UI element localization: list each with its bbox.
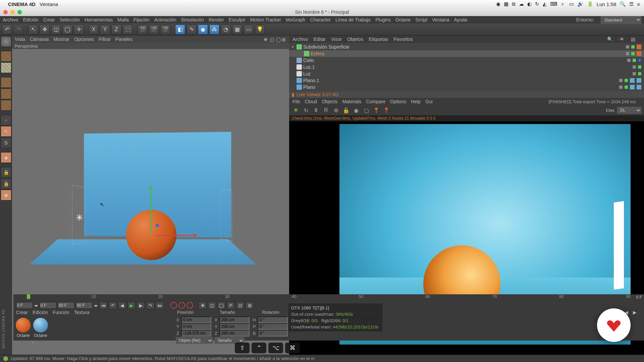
objmenu-visor[interactable]: Visor [331, 37, 342, 42]
display-icon[interactable]: ▭ [569, 1, 574, 7]
view-nav-icon[interactable]: ◫ [270, 37, 274, 42]
prev-frame-button[interactable]: ◀ [118, 302, 126, 309]
object-row[interactable]: Luz.1 [289, 64, 644, 70]
menu-plugins[interactable]: Plugins [375, 17, 391, 22]
undo-button[interactable]: ↶ [2, 24, 12, 35]
playhead[interactable] [27, 294, 30, 299]
frame-in-field[interactable] [40, 302, 56, 309]
pen-tool[interactable]: ✎ [186, 24, 197, 35]
viewmenu-mostrar[interactable]: Mostrar [54, 37, 69, 42]
settings-button[interactable]: ⚙ [332, 106, 340, 114]
rot-field[interactable] [258, 316, 288, 323]
objmenu-objetos[interactable]: Objetos [347, 37, 363, 42]
object-row[interactable]: Cielo [289, 57, 644, 64]
menu-character[interactable]: Character [310, 17, 331, 22]
menu-script[interactable]: Script [415, 17, 427, 22]
pos-field[interactable] [181, 316, 211, 323]
lvmenu-objects[interactable]: Objects [322, 99, 337, 104]
viewmenu-opciones[interactable]: Opciones [74, 37, 94, 42]
snap-toggle[interactable]: S [1, 137, 11, 148]
battery-icon[interactable]: 🔋 [587, 1, 593, 7]
render-button[interactable]: 🎬 [138, 24, 148, 35]
lock-x[interactable]: 🔒 [1, 167, 11, 178]
material-pick-button[interactable]: 📍 [382, 106, 390, 114]
menu-simulacion[interactable]: Simulación [181, 17, 204, 22]
lvmenu-materials[interactable]: Materials [342, 99, 362, 104]
lvmenu-gui[interactable]: Gui [425, 99, 433, 104]
y-axis-toggle[interactable]: Y [100, 24, 110, 35]
subdiv-generator[interactable]: ◉ [198, 24, 208, 35]
recent-tool[interactable]: ✛ [74, 24, 84, 35]
material-swatch[interactable]: Octane [32, 318, 49, 338]
render-settings-button[interactable]: 🎬 [160, 24, 170, 35]
channel-dropdown[interactable]: DL [617, 107, 641, 114]
axis-mode[interactable]: ⌐ [1, 115, 11, 125]
object-row[interactable]: Luz [289, 70, 644, 77]
menu-fijacion[interactable]: Fijación [133, 17, 150, 22]
texture-mode[interactable] [1, 62, 11, 73]
lvmenu-cloud[interactable]: Cloud [305, 99, 317, 104]
prev-key-button[interactable]: ↶ [109, 302, 117, 309]
point-mode[interactable] [1, 77, 11, 88]
key-rot-toggle[interactable]: ◯ [217, 302, 225, 309]
domestika-badge[interactable] [597, 308, 631, 342]
object-row[interactable]: Plano.1 [289, 77, 644, 84]
key-pos-toggle[interactable]: ✥ [199, 302, 207, 309]
refresh-button[interactable]: ↻ [302, 106, 310, 114]
tweak-mode[interactable]: ✎ [1, 126, 11, 137]
workplane-mode[interactable]: ◆ [1, 152, 11, 163]
model-mode[interactable] [1, 36, 11, 47]
objmenu-archivo[interactable]: Archivo [292, 37, 308, 42]
cloud-icon[interactable]: ☁ [519, 1, 524, 7]
redo-button[interactable]: ↷ [13, 24, 23, 35]
rot-field[interactable] [258, 330, 288, 337]
object-row[interactable]: ▾Subdivisión Superficie [289, 44, 644, 50]
edge-mode[interactable] [1, 88, 11, 99]
object-mode[interactable] [1, 51, 11, 62]
wifi-icon[interactable]: ᯤ [561, 1, 566, 7]
dropbox-icon[interactable]: ⧉ [512, 1, 516, 7]
next-key-button[interactable]: ↷ [146, 302, 154, 309]
zoom-button[interactable] [17, 10, 22, 14]
frame-end-field[interactable] [76, 302, 93, 309]
deformer-button[interactable]: ◔ [221, 24, 231, 35]
timeline-ruler[interactable]: 0102030405060708090 0 F [13, 294, 644, 301]
stop-icon[interactable]: ◉ [496, 1, 500, 7]
key-button[interactable] [186, 302, 193, 309]
obj-eye-icon[interactable]: 👁 [620, 37, 624, 42]
clock[interactable]: Lun 1:58 [597, 1, 616, 7]
menu-herramientas[interactable]: Herramientas [85, 17, 113, 22]
objmenu-editar[interactable]: Editar [314, 37, 326, 42]
key-scale-toggle[interactable]: ◫ [208, 302, 216, 309]
camera-button[interactable]: ◉ [352, 106, 360, 114]
select-tool[interactable]: ↖ [28, 24, 38, 35]
pos-field[interactable] [181, 330, 211, 337]
render-region-button[interactable]: 🎬 [149, 24, 159, 35]
viewmenu-filtrar[interactable]: Filtrar [99, 37, 111, 42]
frame-start-field[interactable] [16, 302, 33, 309]
viewmenu-camaras[interactable]: Cámaras [30, 37, 49, 42]
menu-malla[interactable]: Malla [117, 17, 128, 22]
view-nav-icon[interactable]: ⊞ [282, 37, 286, 42]
light-button[interactable]: 💡 [255, 24, 265, 35]
matmenu-textura[interactable]: Textura [74, 310, 90, 316]
objmenu-favoritos[interactable]: Favoritos [394, 37, 413, 42]
array-generator[interactable]: ⁂ [209, 24, 219, 35]
z-axis-toggle[interactable]: Z [111, 24, 121, 35]
lvmenu-file[interactable]: File [292, 99, 300, 104]
coord-toggle[interactable]: ⬚ [123, 24, 133, 35]
menu-esculpir[interactable]: Esculpir [229, 17, 246, 22]
view-nav-icon[interactable]: ✥ [264, 37, 268, 42]
environment-button[interactable]: ▦ [232, 24, 242, 35]
clay-button[interactable]: ▢ [362, 106, 370, 114]
size-field[interactable] [219, 330, 250, 337]
frame-out-field[interactable] [58, 302, 74, 309]
menu-ventana[interactable]: Ventana [432, 17, 449, 22]
lock-button[interactable]: 🔓 [342, 106, 350, 114]
lvmenu-help[interactable]: Help [411, 99, 421, 104]
matmenu-edicion[interactable]: Edición [33, 310, 48, 316]
play-button[interactable]: ▶ [127, 302, 136, 309]
close-button[interactable] [3, 10, 8, 14]
goto-start-button[interactable]: ⏮ [99, 302, 107, 309]
objmenu-etiquetas[interactable]: Etiquetas [369, 37, 388, 42]
